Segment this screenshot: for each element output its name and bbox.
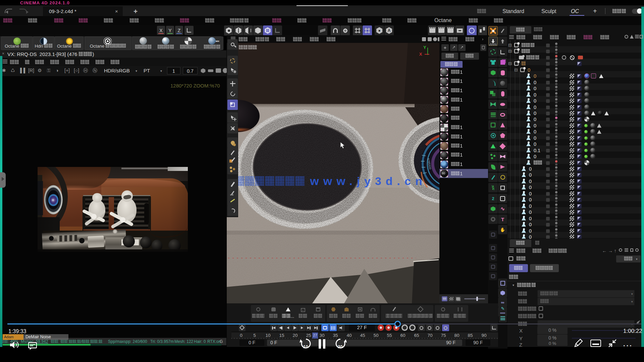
svg-text:10: 10 [303,344,308,349]
svg-text:30: 30 [338,344,342,349]
